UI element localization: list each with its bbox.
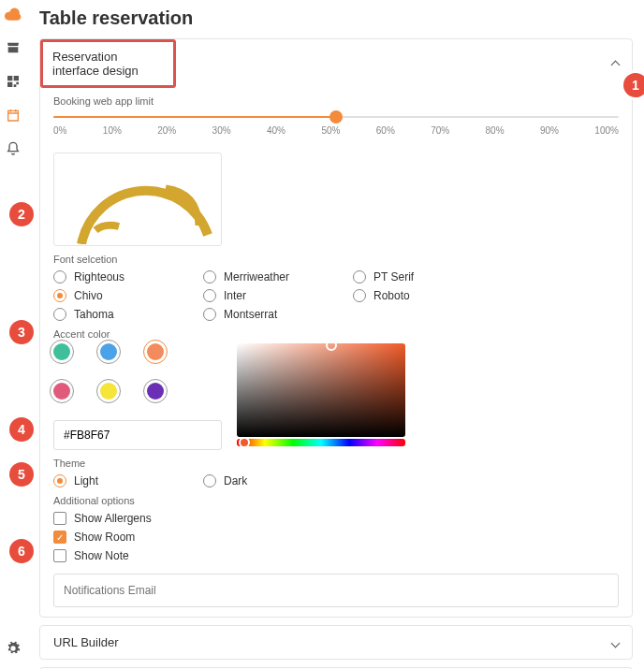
panel-design-title: Reservation interface design xyxy=(52,50,139,78)
callout-2: 2 xyxy=(9,202,34,226)
callout-1: 1 xyxy=(623,73,644,97)
store-icon[interactable] xyxy=(5,39,22,56)
checkbox-allergens[interactable]: Show Allergens xyxy=(53,512,619,525)
swatch-purple[interactable] xyxy=(147,383,164,400)
chevron-down-icon xyxy=(612,635,619,649)
checkbox-note[interactable]: Show Note xyxy=(53,549,619,562)
radio-roboto[interactable]: Roboto xyxy=(353,289,465,302)
slider-ticks: 0%10%20%30%40%50%60%70%80%90%100% xyxy=(53,125,619,136)
booking-slider[interactable]: 0%10%20%30%40%50%60%70%80%90%100% xyxy=(53,110,619,153)
color-swatches xyxy=(53,343,222,400)
swatch-teal[interactable] xyxy=(53,343,70,360)
notifications-email-input[interactable] xyxy=(53,574,619,607)
callout-5: 5 xyxy=(9,462,34,487)
accent-section-label: Accent color xyxy=(53,328,619,340)
booking-limit-label: Booking web app limit xyxy=(53,95,619,107)
radio-merriweather[interactable]: Merriweather xyxy=(203,270,315,284)
cloud-icon[interactable] xyxy=(5,6,22,22)
callout-6: 6 xyxy=(9,539,34,563)
radio-dark[interactable]: Dark xyxy=(203,474,315,487)
color-picker[interactable] xyxy=(237,343,405,437)
calendar-icon[interactable] xyxy=(5,107,22,124)
additional-section-label: Additional options xyxy=(53,495,619,506)
gear-icon[interactable] xyxy=(5,640,22,657)
radio-tahoma[interactable]: Tahoma xyxy=(53,308,166,321)
callout-3: 3 xyxy=(9,320,34,344)
radio-inter[interactable]: Inter xyxy=(203,289,315,302)
callout-4: 4 xyxy=(9,417,34,442)
radio-montserrat[interactable]: Montserrat xyxy=(203,308,315,321)
qr-icon[interactable] xyxy=(5,73,22,90)
radio-chivo[interactable]: Chivo xyxy=(53,289,166,302)
radio-light[interactable]: Light xyxy=(53,474,166,487)
hex-input[interactable] xyxy=(53,420,222,450)
swatch-blue[interactable] xyxy=(100,343,117,360)
swatch-yellow[interactable] xyxy=(100,383,117,400)
theme-section-label: Theme xyxy=(53,458,619,469)
page-title: Table reservation xyxy=(39,7,633,29)
panel-url-builder[interactable]: URL Builder xyxy=(39,625,633,660)
logo-preview xyxy=(53,153,222,246)
highlighted-panel-title[interactable]: Reservation interface design xyxy=(40,39,176,88)
panel-design: Reservation interface design Booking web… xyxy=(39,38,633,618)
radio-righteous[interactable]: Righteous xyxy=(53,270,166,284)
hue-slider[interactable] xyxy=(237,439,405,446)
swatch-pink[interactable] xyxy=(53,383,70,400)
swatch-orange[interactable] xyxy=(147,343,164,360)
radio-ptserif[interactable]: PT Serif xyxy=(353,270,465,284)
chevron-up-icon[interactable] xyxy=(612,57,619,71)
font-section-label: Font selcetion xyxy=(53,254,619,265)
checkbox-room[interactable]: ✓Show Room xyxy=(53,531,619,544)
bell-icon[interactable] xyxy=(5,140,22,157)
